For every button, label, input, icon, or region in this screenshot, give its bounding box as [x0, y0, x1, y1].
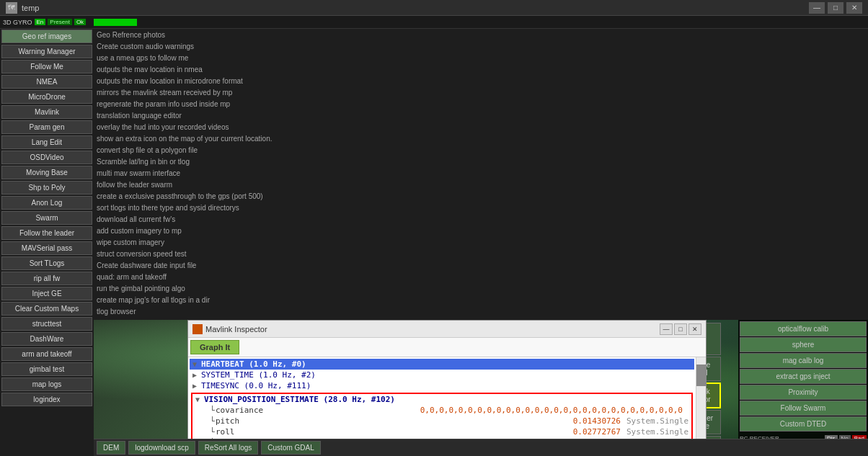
sidebar-btn-mavserial-pass[interactable]: MAVSerial pass: [1, 241, 92, 255]
description-row: Scramble lat/lng in bin or tlog: [97, 157, 865, 169]
map-area: Toggle Saftey SwitchMessage IntervalMAVL…: [94, 320, 868, 439]
sidebar-btn-follow-me[interactable]: Follow Me: [1, 60, 92, 73]
tree-expand-icon[interactable]: ▶: [192, 371, 201, 379]
app-container: 🗺 temp — □ ✕ 3D GYRO En Present Ok Geo r…: [0, 0, 868, 456]
overlay-btn-follow-swarm[interactable]: Follow Swarm: [740, 401, 867, 416]
minimize-button[interactable]: —: [809, 2, 825, 14]
overlay-btn-opticalflow-calib[interactable]: opticalflow calib: [740, 321, 867, 336]
tree-field-pitch[interactable]: └pitch0.01430726System.Single: [192, 416, 691, 426]
overlay-btn-extract-gps-inject[interactable]: extract gps inject: [740, 369, 867, 384]
tree-field-roll[interactable]: └roll0.02772767System.Single: [192, 426, 691, 437]
sidebar-btn-swarm[interactable]: Swarm: [1, 211, 92, 225]
graph-it-button[interactable]: Graph It: [190, 340, 239, 354]
description-text: create a exclusive passthrough to the gp…: [97, 192, 263, 202]
sidebar-btn-anon-log[interactable]: Anon Log: [1, 196, 92, 210]
window-title: temp: [22, 4, 809, 12]
bottom-btn-resort-all-logs[interactable]: ReSort All logs: [198, 441, 259, 455]
close-button[interactable]: ✕: [846, 2, 862, 14]
maximize-button[interactable]: □: [828, 2, 843, 14]
description-row: follow the leader swarm: [97, 180, 865, 192]
title-bar-buttons: — □ ✕: [809, 2, 862, 14]
description-row: use a nmea gps to follow me: [97, 53, 865, 65]
app-icon: 🗺: [6, 2, 17, 14]
gyro-present-badge: Present: [48, 19, 72, 25]
sidebar-btn-microdrone[interactable]: MicroDrone: [1, 90, 92, 104]
description-row: create a exclusive passthrough to the gp…: [97, 192, 865, 203]
description-text: struct conversion speed test: [97, 249, 187, 259]
sidebar-btn-osd-video[interactable]: OSDVideo: [1, 151, 92, 164]
description-row: mirrors the mavlink stream received by m…: [97, 88, 865, 99]
sidebar-btn-rip-all-fw[interactable]: rip all fw: [1, 272, 92, 285]
sidebar-btn-inject-ge[interactable]: Inject GE: [1, 287, 92, 300]
sidebar-btn-geo-ref-images[interactable]: Geo ref images: [1, 30, 92, 43]
mavlink-content: ▼HEARTBEAT (1.0 Hz, #0)▶SYSTEM_TIME (1.0…: [188, 357, 706, 439]
sidebar-btn-logindex[interactable]: logindex: [1, 393, 92, 406]
tree-item-timesync[interactable]: ▶TIMESYNC (0.0 Hz, #111): [190, 380, 694, 391]
status-ok-badge: Bad: [852, 435, 867, 439]
description-text: run the gimbal pointing algo: [97, 284, 185, 294]
description-row: run the gimbal pointing algo: [97, 284, 865, 295]
overlay-btn-proximity[interactable]: Proximity: [740, 385, 867, 400]
sidebar-btn-sort-tlogs[interactable]: Sort TLogs: [1, 256, 92, 270]
description-text: outputs the mav location in microdrone f…: [97, 76, 243, 86]
description-row: multi mav swarm interface: [97, 169, 865, 180]
description-row: regenerate the param info used inside mp: [97, 99, 865, 111]
status-item-label: RC RECEIVER: [740, 435, 823, 439]
overlay-btn-mag-calb-log[interactable]: mag calb log: [740, 353, 867, 368]
tree-field-usec[interactable]: └usec1559909129599243System.UInt64: [192, 437, 691, 439]
expand-icon[interactable]: ▼: [195, 395, 204, 403]
description-row: outputs the mav location in microdrone f…: [97, 76, 865, 88]
sidebar-btn-arm-and-takeoff[interactable]: arm and takeoff: [1, 347, 92, 361]
mavlink-minimize-button[interactable]: —: [660, 323, 673, 335]
description-row: create map jpg's for all tlogs in a dir: [97, 295, 865, 307]
description-row: wipe custom imagery: [97, 238, 865, 249]
overlay-btn-custom-dted[interactable]: Custom DTED: [740, 416, 867, 432]
description-text: mirrors the mavlink stream received by m…: [97, 88, 232, 98]
overlay-btn-sphere[interactable]: sphere: [740, 337, 867, 352]
sidebar-btn-shp-to-poly[interactable]: Shp to Poly: [1, 181, 92, 195]
sidebar-btn-structtest[interactable]: structtest: [1, 317, 92, 331]
sidebar-btn-gimbal-test[interactable]: gimbal test: [1, 362, 92, 376]
description-text: download all current fw's: [97, 215, 175, 225]
status-en-badge: Dis: [825, 435, 838, 439]
mavlink-scrollbar[interactable]: [696, 357, 706, 439]
sidebar-btn-warning-manager[interactable]: Warning Manager: [1, 45, 92, 58]
tree-field-covariance[interactable]: └covariance0,0,0,0,0,0,0,0,0,0,0,0,0,0,0…: [192, 405, 691, 416]
sidebar-btn-mavlink[interactable]: Mavlink: [1, 105, 92, 119]
mavlink-maximize-button[interactable]: □: [674, 323, 687, 335]
sidebar-btn-follow-the-leader[interactable]: Follow the leader: [1, 226, 92, 240]
sidebar-btn-dashware[interactable]: DashWare: [1, 332, 92, 346]
status-items-container: RC RECEIVERDisNoBad3D GYRO2DisNoBad3D AC…: [738, 433, 868, 439]
description-row: translation language editor: [97, 111, 865, 122]
sidebar-btn-lang-edit[interactable]: Lang Edit: [1, 135, 92, 149]
description-row: Geo Refrence photos: [97, 30, 865, 42]
mavlink-close-button[interactable]: ✕: [688, 323, 701, 335]
sidebar-btn-moving-base[interactable]: Moving Base: [1, 166, 92, 179]
tree-expand-icon[interactable]: ▼: [192, 360, 201, 368]
right-panel: opticalflow calibspheremag calb logextra…: [738, 320, 868, 439]
mavlink-icon: [192, 324, 203, 334]
sidebar-btn-clear-custom-maps[interactable]: Clear Custom Maps: [1, 302, 92, 316]
tree-item-system_time[interactable]: ▶SYSTEM_TIME (1.0 Hz, #2): [190, 370, 694, 380]
description-text: multi mav swarm interface: [97, 169, 180, 179]
tree-expand-icon[interactable]: ▶: [192, 382, 201, 390]
description-text: tlog browser: [97, 307, 136, 317]
tree-item-vision-position[interactable]: ▼VISION_POSITION_ESTIMATE (28.0 Hz, #102…: [192, 394, 691, 405]
description-row: Create dashware date input file: [97, 261, 865, 272]
description-text: create map jpg's for all tlogs in a dir: [97, 295, 210, 305]
mavlink-inspector-window: Mavlink Inspector — □ ✕ Graph It ▼HE: [187, 320, 707, 439]
sidebar-btn-map-logs[interactable]: map logs: [1, 377, 92, 391]
description-text: translation language editor: [97, 111, 182, 121]
bottom-btn-logdownload-scp[interactable]: logdownload scp: [128, 441, 195, 455]
description-row: download all current fw's: [97, 215, 865, 226]
sidebar-btn-param-gen[interactable]: Param gen: [1, 120, 92, 134]
bottom-btn-custom-gdal[interactable]: Custom GDAL: [261, 441, 320, 455]
description-row: struct conversion speed test: [97, 249, 865, 261]
description-row: show an extra icon on the map of your cu…: [97, 134, 865, 146]
sidebar-btn-nmea[interactable]: NMEA: [1, 75, 92, 89]
tree-item-heartbeat[interactable]: ▼HEARTBEAT (1.0 Hz, #0): [190, 359, 694, 370]
mavlink-tree[interactable]: ▼HEARTBEAT (1.0 Hz, #0)▶SYSTEM_TIME (1.0…: [188, 357, 696, 439]
bottom-btn-dem-btn[interactable]: DEM: [97, 441, 125, 455]
top-status-bar: 3D GYRO En Present Ok: [0, 16, 868, 29]
description-text: Scramble lat/lng in bin or tlog: [97, 157, 190, 167]
